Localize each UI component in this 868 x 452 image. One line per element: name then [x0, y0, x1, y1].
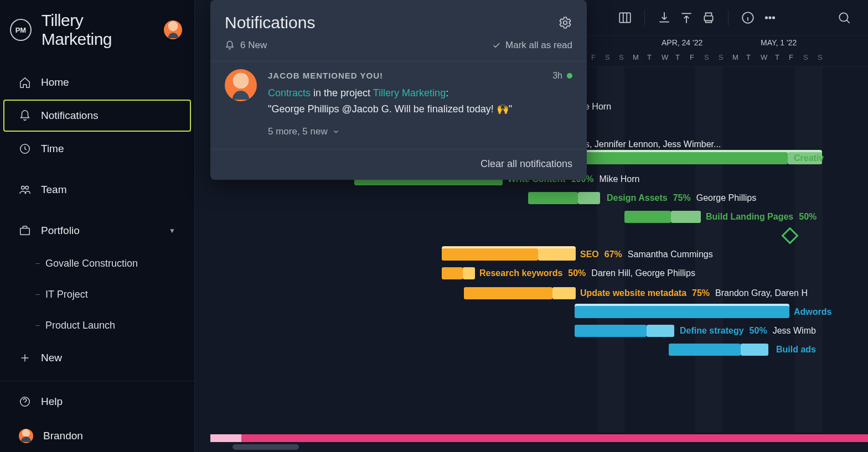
- clear-all-notifications[interactable]: Clear all notifications: [210, 149, 587, 180]
- gantt-row[interactable]: Research keywords50%Daren Hill, George P…: [210, 264, 868, 283]
- nav-time[interactable]: Time: [3, 133, 191, 165]
- search-icon[interactable]: [837, 11, 851, 25]
- timeline-day: S: [619, 53, 624, 61]
- gantt-bar[interactable]: [669, 344, 741, 356]
- nav-home[interactable]: Home: [3, 66, 191, 98]
- gantt-row[interactable]: [210, 227, 868, 246]
- new-count: 6 New: [240, 40, 267, 51]
- gantt-task-label: Design Assets75%George Phillips: [607, 192, 756, 204]
- upload-icon[interactable]: [679, 11, 694, 25]
- gantt-bar-remaining[interactable]: [671, 211, 701, 223]
- notification-body: "George Phillips @Jacob G. Will be final…: [268, 102, 572, 117]
- notification-item[interactable]: JACOB MENTIONED YOU! 3h Contracts in the…: [210, 61, 587, 149]
- timeline-day: F: [789, 53, 793, 61]
- portfolio-item-govalle[interactable]: Govalle Construction: [0, 248, 194, 279]
- svg-rect-5: [619, 13, 631, 22]
- chevron-down-icon: ▼: [169, 227, 175, 235]
- gantt-bar[interactable]: [575, 325, 647, 337]
- gantt-task-label: Research keywords50%Daren Hill, George P…: [479, 267, 695, 279]
- plus-icon: [19, 352, 31, 364]
- home-icon: [19, 76, 31, 89]
- timeline-day: F: [690, 53, 694, 61]
- print-icon[interactable]: [701, 11, 716, 25]
- nav-portfolio[interactable]: Portfolio ▼: [3, 215, 191, 247]
- nav-help[interactable]: Help: [3, 386, 191, 418]
- nav-home-label: Home: [41, 76, 69, 89]
- timeline-day: S: [704, 53, 709, 61]
- svg-rect-3: [20, 228, 30, 235]
- timeline-day: W: [761, 53, 767, 61]
- team-icon: [19, 184, 31, 196]
- notification-heading: JACOB MENTIONED YOU!: [268, 70, 383, 82]
- timeline-day: M: [633, 53, 639, 61]
- milestone-icon[interactable]: [781, 227, 798, 244]
- notifications-panel: Notifications 6 New Mark all as read JAC…: [210, 0, 587, 180]
- nav-notifications-label: Notifications: [41, 110, 99, 122]
- nav-notifications[interactable]: Notifications: [3, 100, 191, 132]
- nav-user[interactable]: Brandon: [3, 419, 191, 452]
- gantt-bar[interactable]: [528, 192, 578, 204]
- gantt-row[interactable]: Update website metadata75%Brandon Gray, …: [210, 284, 868, 303]
- notification-age: 3h: [552, 69, 572, 82]
- gantt-task-label: Update website metadata75%Brandon Gray, …: [580, 287, 808, 299]
- gantt-row[interactable]: Design Assets75%George Phillips: [210, 189, 868, 207]
- mark-all-read[interactable]: Mark all as read: [492, 40, 572, 51]
- timeline-month: MAY, 1 '22: [761, 38, 797, 47]
- notification-expand[interactable]: 5 more, 5 new: [268, 117, 572, 143]
- gantt-row[interactable]: Define strategy50%Jess Wimb: [210, 321, 868, 340]
- check-icon: [492, 41, 501, 50]
- gantt-row[interactable]: Build ads: [210, 340, 868, 359]
- gantt-bar-remaining[interactable]: [552, 287, 576, 299]
- clock-icon: [19, 143, 31, 155]
- notification-link-project[interactable]: Tillery Marketing: [373, 87, 446, 98]
- portfolio-item-launch[interactable]: Product Launch: [0, 310, 194, 341]
- gantt-bar[interactable]: [442, 248, 538, 261]
- gear-icon[interactable]: [558, 15, 572, 30]
- portfolio-item-it[interactable]: IT Project: [0, 279, 194, 310]
- timeline-day: S: [803, 53, 808, 61]
- nav-help-label: Help: [41, 396, 63, 408]
- nav-new[interactable]: New: [3, 342, 191, 374]
- gantt-bar[interactable]: [442, 267, 463, 279]
- gantt-bar-remaining[interactable]: [578, 192, 600, 204]
- timeline-day: F: [591, 53, 596, 61]
- gantt-bar[interactable]: [624, 211, 671, 223]
- nav-user-label: Brandon: [43, 430, 83, 442]
- unread-dot-icon: [567, 73, 572, 79]
- progress-rail: [210, 434, 868, 442]
- gantt-bar[interactable]: [575, 306, 789, 318]
- notification-link-task[interactable]: Contracts: [268, 87, 311, 98]
- gantt-bar-remaining[interactable]: [463, 267, 475, 279]
- horizontal-scrollbar[interactable]: [232, 444, 299, 450]
- gantt-bar[interactable]: [584, 152, 788, 164]
- svg-point-11: [839, 13, 848, 21]
- info-icon[interactable]: [741, 11, 755, 25]
- gantt-bar[interactable]: [464, 287, 552, 299]
- gantt-row[interactable]: Build Landing Pages50%: [210, 207, 868, 226]
- main-area: APR, 24 '22MAY, 1 '22 FSSMTWTFSSMTWTFSS …: [195, 0, 868, 452]
- timeline-day: M: [732, 53, 738, 61]
- timeline-day: T: [775, 53, 779, 61]
- more-icon[interactable]: [763, 11, 777, 25]
- gantt-bar-remaining[interactable]: [647, 325, 674, 337]
- download-icon[interactable]: [657, 11, 671, 25]
- svg-point-2: [25, 186, 28, 190]
- notification-avatar: [225, 69, 257, 101]
- app-logo[interactable]: PM: [10, 19, 32, 41]
- nav-team-label: Team: [41, 184, 66, 196]
- gantt-bar-remaining[interactable]: [741, 344, 768, 356]
- gantt-task-label: Define strategy50%Jess Wimb: [680, 325, 816, 337]
- timeline-day: S: [818, 53, 823, 61]
- svg-point-12: [564, 21, 567, 25]
- gantt-bar-remaining[interactable]: [538, 248, 576, 261]
- gantt-task-label: Build ads: [776, 344, 816, 356]
- nav-team[interactable]: Team: [3, 174, 191, 206]
- svg-point-9: [769, 17, 771, 18]
- sidebar-bottom: Help Brandon: [0, 381, 194, 452]
- gantt-row[interactable]: SEO67%Samantha Cummings: [210, 245, 868, 264]
- columns-icon[interactable]: [618, 11, 632, 25]
- gantt-row[interactable]: Adwords: [210, 303, 868, 321]
- notifications-title: Notifications: [225, 13, 558, 32]
- workspace-title[interactable]: Tillery Marketing: [42, 11, 154, 49]
- user-avatar-small[interactable]: [164, 20, 182, 39]
